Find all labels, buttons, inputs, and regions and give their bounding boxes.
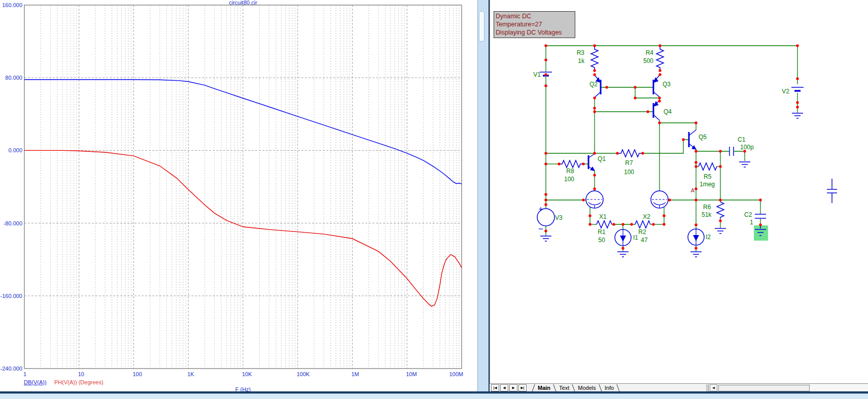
label-q4: Q4 (664, 108, 672, 115)
transistor-q5[interactable]: Q5 (689, 130, 707, 150)
capacitor-c2[interactable]: C2 1 (744, 211, 766, 226)
value-c2: 1 (750, 219, 753, 226)
resistor-r1[interactable]: R1 50 (597, 221, 612, 244)
capacitor-floating[interactable] (827, 179, 837, 203)
label-r1: R1 (598, 228, 606, 236)
svg-text:1M: 1M (352, 371, 359, 377)
ground-v3-icon (540, 236, 551, 241)
info-line-temperature: Temperature=27 (496, 20, 573, 28)
prev-sheet-button[interactable]: ◀ (500, 384, 508, 391)
resistor-r5[interactable]: R5 1meg (699, 163, 717, 188)
label-q1: Q1 (598, 155, 606, 162)
value-r6: 51k (702, 211, 712, 218)
transistor-q2[interactable]: Q2 (589, 75, 601, 97)
tab-separator (553, 384, 556, 392)
wires[interactable] (546, 46, 797, 251)
splitter-thumb[interactable] (479, 11, 484, 42)
ground-c1-icon (739, 162, 750, 167)
tab-text[interactable]: Text (558, 385, 570, 391)
svg-text:0.000: 0.000 (8, 147, 22, 153)
svg-text:-80.000: -80.000 (4, 220, 22, 226)
transistor-q1[interactable]: Q1 (588, 154, 606, 171)
current-source-i1[interactable]: I1 (615, 229, 638, 246)
label-q3: Q3 (663, 81, 671, 88)
value-r7: 100 (624, 169, 634, 176)
ground-c2-selected[interactable] (754, 225, 768, 241)
svg-text:10K: 10K (242, 371, 252, 377)
simulation-info-box[interactable]: Dynamic DC Temperature=27 Displaying DC … (494, 11, 575, 38)
resistor-r3[interactable]: R3 1k (577, 46, 598, 71)
label-v1: V1 (533, 71, 541, 78)
label-x2: X2 (643, 213, 650, 220)
source-v3[interactable]: V3 (537, 207, 563, 229)
svg-text:-160.000: -160.000 (1, 293, 22, 299)
label-c2: C2 (744, 211, 752, 218)
value-r1: 50 (598, 237, 605, 244)
label-r7: R7 (625, 159, 633, 167)
label-r5: R5 (704, 173, 712, 180)
svg-text:100: 100 (133, 371, 142, 377)
label-x1: X1 (599, 213, 607, 220)
bode-plot: 160.00080.0000.000-80.000-160.000-240.00… (0, 0, 477, 392)
tab-separator (599, 384, 602, 392)
plot-title: circuit80.cir (0, 0, 486, 6)
scrollbar-thumb[interactable] (718, 385, 810, 391)
label-r3: R3 (577, 49, 585, 56)
tab-info[interactable]: Info (604, 385, 615, 391)
svg-text:10: 10 (78, 371, 84, 377)
ground-i1-icon (617, 252, 629, 257)
legend-phase-expression[interactable]: PH(V(A)) (Degrees) (54, 379, 103, 385)
svg-text:80.000: 80.000 (5, 75, 22, 81)
scroll-left-button[interactable]: ◀ (710, 384, 717, 391)
svg-text:100K: 100K (297, 371, 310, 377)
value-r3: 1k (578, 57, 585, 64)
transistor-q3[interactable]: Q3 (653, 75, 671, 97)
battery-v1[interactable]: V1 (533, 71, 552, 78)
next-sheet-button[interactable]: ▶ (509, 384, 517, 391)
sheet-tabs: Main Text Models Info (530, 384, 621, 392)
schematic-canvas[interactable]: R3 1k R4 500 R7 100 R8 100 R1 50 R2 47 (488, 0, 868, 383)
transistor-q4[interactable]: Q4 (653, 101, 672, 120)
svg-text:10M: 10M (406, 371, 416, 377)
value-c1: 100p (740, 144, 754, 151)
resistor-r6[interactable]: R6 51k (702, 202, 724, 218)
tab-separator (532, 384, 535, 392)
legend-db-expression[interactable]: DB(V(A)) (24, 379, 47, 385)
scrollbar-track[interactable] (810, 385, 868, 391)
label-c1: C1 (738, 136, 746, 143)
first-sheet-button[interactable]: |◀ (491, 384, 499, 391)
label-i1: I1 (633, 234, 638, 241)
battery-v2[interactable]: V2 (782, 87, 804, 95)
label-q2: Q2 (589, 81, 598, 88)
resistor-r4[interactable]: R4 500 (643, 46, 664, 71)
value-r5: 1meg (700, 181, 715, 188)
plot-window: 160.00080.0000.000-80.000-160.000-240.00… (0, 0, 477, 392)
value-r2: 47 (641, 237, 648, 244)
info-line-display: Displaying DC Voltages (496, 28, 573, 37)
tab-nav-buttons: |◀ ◀ ▶ ▶| (491, 384, 527, 391)
svg-text:100M: 100M (449, 371, 463, 377)
resistor-r7[interactable]: R7 100 (617, 150, 643, 176)
ground-r6-icon (715, 228, 726, 234)
label-r6: R6 (703, 204, 711, 211)
tab-main[interactable]: Main (537, 385, 551, 391)
node-label-a[interactable]: A (691, 187, 695, 193)
scrollbar-divider[interactable] (707, 384, 709, 391)
status-strip (0, 393, 868, 399)
label-q5: Q5 (699, 134, 707, 141)
app-root: 160.00080.0000.000-80.000-160.000-240.00… (0, 0, 868, 399)
horizontal-scrollbar: ◀ (707, 384, 868, 392)
tab-separator (616, 384, 619, 392)
resistor-r8[interactable]: R8 100 (559, 160, 583, 183)
ground-i2-icon (690, 252, 702, 257)
capacitor-c1[interactable]: C1 100p (730, 136, 754, 156)
info-line-mode: Dynamic DC (496, 12, 573, 20)
label-r4: R4 (646, 49, 654, 56)
svg-text:1K: 1K (187, 371, 194, 377)
label-r2: R2 (638, 228, 646, 236)
value-r4: 500 (643, 57, 653, 64)
label-i2: I2 (706, 234, 711, 241)
current-source-i2[interactable]: I2 (688, 229, 711, 245)
last-sheet-button[interactable]: ▶| (518, 384, 527, 391)
tab-models[interactable]: Models (577, 385, 597, 391)
